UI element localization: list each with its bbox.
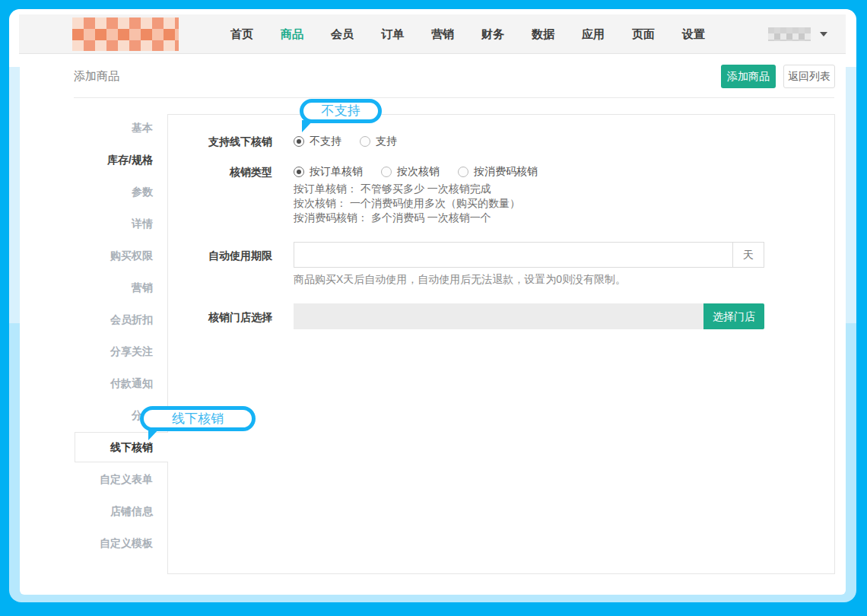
nav-item-settings[interactable]: 设置 (669, 15, 719, 53)
sidebar-item-share-follow[interactable]: 分享关注 (46, 335, 153, 367)
sidebar-item-payment-notice[interactable]: 付款通知 (46, 367, 153, 399)
callout-text: 不支持 (322, 103, 360, 118)
radio-option-by-order[interactable]: 按订单核销 (294, 165, 363, 179)
back-to-list-button[interactable]: 返回列表 (783, 65, 835, 88)
verify-type-radios: 按订单核销 按次核销 按消费码核销 (294, 165, 556, 179)
nav-item-products[interactable]: 商品 (267, 15, 317, 53)
sidebar-item-basic[interactable]: 基本 (46, 112, 153, 144)
user-name-blurred (768, 27, 811, 41)
nav-item-orders[interactable]: 订单 (367, 15, 418, 53)
sidebar-item-store-info[interactable]: 店铺信息 (46, 495, 153, 527)
nav-item-pages[interactable]: 页面 (618, 15, 669, 53)
page-title: 添加商品 (74, 69, 119, 84)
callout-tail-icon (302, 120, 313, 132)
help-line: 按消费码核销： 多个消费码 一次核销一个 (294, 211, 520, 225)
chevron-down-icon (820, 32, 827, 37)
radio-unchecked-icon (381, 167, 392, 177)
nav-item-apps[interactable]: 应用 (568, 15, 618, 53)
product-section-tabs: 基本 库存/规格 参数 详情 购买权限 营销 会员折扣 分享关注 付款通知 分销… (46, 112, 153, 559)
help-line: 按次核销： 一个消费码使用多次（购买的数量） (294, 196, 520, 211)
radio-option-by-times[interactable]: 按次核销 (381, 165, 440, 179)
sidebar-item-marketing[interactable]: 营销 (46, 271, 153, 303)
radio-option-label: 不支持 (310, 135, 341, 148)
auto-use-days-label: 自动使用期限 (167, 249, 272, 262)
sidebar-item-member-discount[interactable]: 会员折扣 (46, 303, 153, 335)
header-divider (74, 97, 834, 98)
radio-option-label: 支持 (376, 135, 397, 148)
radio-unchecked-icon (458, 167, 468, 177)
user-menu[interactable] (768, 27, 827, 41)
radio-option-label: 按次核销 (397, 165, 440, 179)
main-nav: 首页 商品 会员 订单 营销 财务 数据 应用 页面 设置 (217, 15, 719, 53)
store-select-label: 核销门店选择 (167, 311, 272, 323)
callout-text: 线下核销 (172, 411, 224, 426)
callout-offline-verify-tab: 线下核销 (140, 406, 256, 431)
sidebar-item-purchase-permission[interactable]: 购买权限 (46, 240, 153, 271)
radio-unchecked-icon (360, 136, 370, 147)
verify-type-label: 核销类型 (167, 166, 272, 178)
nav-item-home[interactable]: 首页 (217, 15, 267, 53)
radio-option-support[interactable]: 支持 (360, 135, 397, 148)
sidebar-item-stock-spec[interactable]: 库存/规格 (46, 144, 153, 176)
radio-checked-icon (294, 167, 304, 177)
nav-item-marketing[interactable]: 营销 (418, 15, 468, 53)
verify-type-help: 按订单核销： 不管够买多少 一次核销完成 按次核销： 一个消费码使用多次（购买的… (294, 182, 520, 225)
auto-use-days-help: 商品购买X天后自动使用，自动使用后无法退款，设置为0则没有限制。 (294, 273, 626, 287)
sidebar-item-custom-form[interactable]: 自定义表单 (46, 463, 153, 495)
days-unit-addon: 天 (732, 242, 764, 268)
radio-option-label: 按消费码核销 (474, 165, 538, 179)
top-navbar: 首页 商品 会员 订单 营销 财务 数据 应用 页面 设置 (19, 14, 846, 54)
sidebar-item-custom-template[interactable]: 自定义模板 (46, 527, 153, 559)
store-select-input (294, 303, 703, 329)
choose-store-button[interactable]: 选择门店 (703, 303, 764, 329)
nav-item-finance[interactable]: 财务 (468, 15, 518, 53)
support-offline-verify-label: 支持线下核销 (167, 135, 272, 148)
sidebar-item-distribution[interactable]: 分销 (46, 399, 153, 431)
nav-item-members[interactable]: 会员 (317, 15, 367, 53)
sidebar-item-detail[interactable]: 详情 (46, 208, 153, 240)
add-product-button[interactable]: 添加商品 (721, 65, 776, 88)
auto-use-days-input[interactable] (294, 242, 733, 268)
radio-option-by-code[interactable]: 按消费码核销 (458, 165, 538, 179)
site-logo-blurred[interactable] (72, 17, 179, 51)
nav-item-data[interactable]: 数据 (518, 15, 568, 53)
callout-tail-icon (148, 428, 160, 440)
sidebar-item-params[interactable]: 参数 (46, 176, 153, 208)
support-offline-verify-radios: 不支持 支持 (294, 135, 415, 148)
radio-checked-icon (294, 136, 304, 147)
help-line: 按订单核销： 不管够买多少 一次核销完成 (294, 182, 520, 196)
callout-not-support: 不支持 (300, 99, 382, 123)
radio-option-label: 按订单核销 (310, 165, 363, 179)
radio-option-not-support[interactable]: 不支持 (294, 135, 341, 148)
